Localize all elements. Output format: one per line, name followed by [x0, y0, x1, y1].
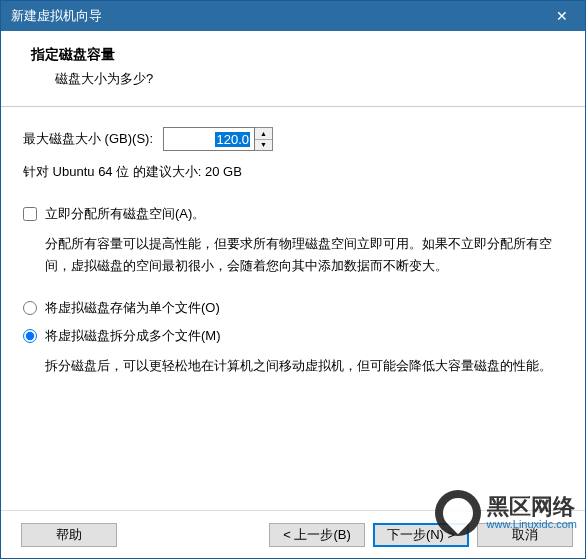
help-button[interactable]: 帮助: [21, 523, 117, 547]
store-single-label: 将虚拟磁盘存储为单个文件(O): [45, 299, 220, 317]
window-title: 新建虚拟机向导: [11, 7, 102, 25]
store-split-radio[interactable]: [23, 329, 37, 343]
allocate-now-row: 立即分配所有磁盘空间(A)。: [23, 205, 563, 223]
cancel-button[interactable]: 取消: [477, 523, 573, 547]
wizard-header: 指定磁盘容量 磁盘大小为多少?: [1, 31, 585, 107]
close-icon: ✕: [556, 8, 568, 24]
split-description: 拆分磁盘后，可以更轻松地在计算机之间移动虚拟机，但可能会降低大容量磁盘的性能。: [23, 355, 563, 377]
disk-size-label: 最大磁盘大小 (GB)(S):: [23, 130, 153, 148]
store-single-radio[interactable]: [23, 301, 37, 315]
titlebar: 新建虚拟机向导 ✕: [1, 1, 585, 31]
disk-size-value-selected: 120.0: [215, 132, 250, 147]
recommended-size: 针对 Ubuntu 64 位 的建议大小: 20 GB: [23, 163, 563, 181]
allocate-now-label: 立即分配所有磁盘空间(A)。: [45, 205, 205, 223]
store-split-row: 将虚拟磁盘拆分成多个文件(M): [23, 327, 563, 345]
allocate-now-checkbox[interactable]: [23, 207, 37, 221]
disk-size-input[interactable]: 120.0: [163, 127, 255, 151]
disk-size-row: 最大磁盘大小 (GB)(S): 120.0 ▲ ▼: [23, 127, 563, 151]
next-button[interactable]: 下一步(N) >: [373, 523, 469, 547]
wizard-window: 新建虚拟机向导 ✕ 指定磁盘容量 磁盘大小为多少? 最大磁盘大小 (GB)(S)…: [0, 0, 586, 559]
disk-size-spinner[interactable]: 120.0 ▲ ▼: [163, 127, 273, 151]
wizard-body: 最大磁盘大小 (GB)(S): 120.0 ▲ ▼ 针对 Ubuntu 64 位…: [1, 107, 585, 409]
spinner-down[interactable]: ▼: [255, 140, 272, 151]
store-split-label: 将虚拟磁盘拆分成多个文件(M): [45, 327, 221, 345]
spinner-up[interactable]: ▲: [255, 128, 272, 140]
wizard-footer: 帮助 < 上一步(B) 下一步(N) > 取消: [1, 510, 585, 558]
page-title: 指定磁盘容量: [31, 46, 565, 64]
page-subtitle: 磁盘大小为多少?: [31, 70, 565, 88]
store-single-row: 将虚拟磁盘存储为单个文件(O): [23, 299, 563, 317]
allocate-description: 分配所有容量可以提高性能，但要求所有物理磁盘空间立即可用。如果不立即分配所有空间…: [23, 233, 563, 277]
close-button[interactable]: ✕: [539, 1, 585, 31]
back-button[interactable]: < 上一步(B): [269, 523, 365, 547]
spinner-buttons: ▲ ▼: [255, 127, 273, 151]
